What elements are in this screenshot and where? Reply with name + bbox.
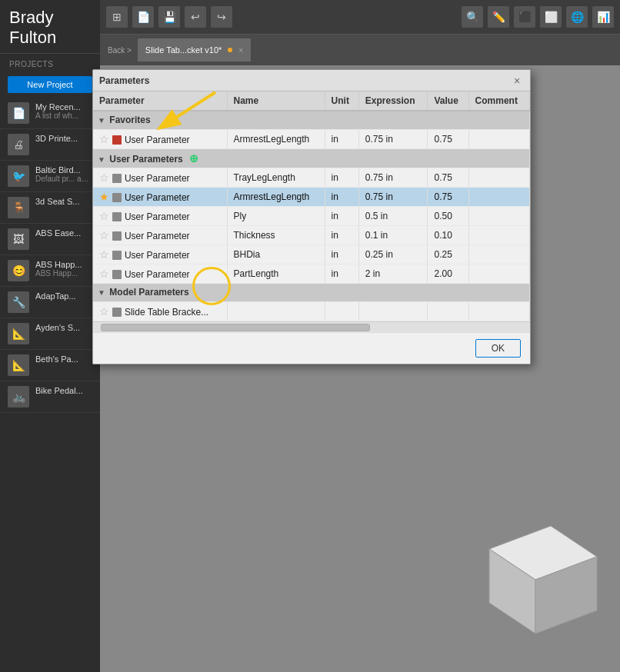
grid-icon[interactable]: ⊞ xyxy=(106,6,128,28)
sidebar-item-baltic-bird[interactable]: 🐦Baltic Bird...Default pr... and mana... xyxy=(0,161,100,192)
scrollbar-thumb[interactable] xyxy=(101,324,370,331)
param-name-cell[interactable]: ArmrestLegLength xyxy=(227,187,325,206)
table-row[interactable]: ☆ User ParameterTrayLegLengthin0.75 in0.… xyxy=(93,168,530,187)
toolbar-btn-1[interactable]: ✏️ xyxy=(488,6,509,28)
sidebar-item-text-adaptap: AdapTap... xyxy=(35,291,92,301)
param-comment-cell[interactable] xyxy=(468,206,529,225)
param-value-cell: 0.50 xyxy=(428,206,468,225)
sidebar-item-beths-pa[interactable]: 📐Beth's Pa... xyxy=(0,350,100,381)
undo-icon[interactable]: ↩ xyxy=(185,6,206,28)
dialog-footer: OK xyxy=(93,332,530,364)
star-icon[interactable]: ☆ xyxy=(99,210,112,222)
param-type-icon xyxy=(112,231,122,241)
section-label-model-parameters: ▼ Model Parameters xyxy=(93,283,530,301)
star-icon[interactable]: ☆ xyxy=(99,171,112,184)
dialog-close-button[interactable]: × xyxy=(510,74,524,88)
add-param-user-parameters[interactable]: ⊕ xyxy=(186,152,198,165)
param-expression-cell[interactable]: 2 in xyxy=(358,264,428,283)
horizontal-scrollbar[interactable] xyxy=(93,321,530,332)
param-type-cell: ☆ User Parameter xyxy=(93,168,227,187)
sidebar-item-adaptap[interactable]: 🔧AdapTap... xyxy=(0,287,100,318)
sidebar-item-title-bike-pedal: Bike Pedal... xyxy=(35,386,92,395)
sidebar-item-3d-printer[interactable]: 🖨3D Printe... xyxy=(0,129,100,161)
param-expression-cell[interactable]: 0.75 in xyxy=(358,129,428,148)
toolbar-btn-5[interactable]: 📊 xyxy=(592,6,614,28)
param-comment-cell[interactable] xyxy=(468,225,529,245)
table-row[interactable]: ☆ User ParameterPlyin0.5 in0.50 xyxy=(93,206,530,225)
col-header-parameter: Parameter xyxy=(93,91,227,111)
star-icon[interactable]: ☆ xyxy=(99,268,112,280)
table-row[interactable]: ☆ User ParameterArmrestLegLengthin0.75 i… xyxy=(93,129,530,148)
param-expression-cell[interactable] xyxy=(358,301,428,321)
param-type-icon xyxy=(112,270,122,279)
param-comment-cell[interactable] xyxy=(468,264,529,283)
param-name-cell[interactable] xyxy=(227,301,325,321)
table-row[interactable]: ☆ User ParameterBHDiain0.25 in0.25 xyxy=(93,245,530,264)
param-type-icon xyxy=(112,212,122,221)
table-row[interactable]: ☆ Slide Table Bracke... xyxy=(93,301,530,321)
param-value-cell: 0.25 xyxy=(428,245,468,264)
table-row[interactable]: ★ User ParameterArmrestLegLengthin0.75 i… xyxy=(93,187,530,206)
sidebar-item-3d-seat[interactable]: 🪑3d Seat S... xyxy=(0,192,100,224)
redo-icon[interactable]: ↪ xyxy=(211,6,232,28)
param-expression-cell[interactable]: 0.25 in xyxy=(358,245,428,264)
dialog-titlebar: Parameters × xyxy=(93,70,530,91)
param-value-cell: 0.75 xyxy=(428,187,468,206)
param-name-cell[interactable]: Ply xyxy=(227,206,325,225)
sidebar-items-list: 📄My Recen...A list of wh...🖨3D Printe...… xyxy=(0,98,100,413)
toolbar-btn-4[interactable]: 🌐 xyxy=(566,6,588,28)
user-name: Brady Fulton xyxy=(9,8,91,48)
section-header-favorites[interactable]: ▼ Favorites xyxy=(93,111,530,129)
param-comment-cell[interactable] xyxy=(468,301,529,321)
sidebar-item-sub-my-recent: A list of wh... xyxy=(35,111,92,120)
param-unit-cell: in xyxy=(325,245,358,264)
toolbar-btn-2[interactable]: ⬛ xyxy=(514,6,535,28)
sidebar-item-abs-easel[interactable]: 🖼ABS Ease... xyxy=(0,224,100,255)
star-icon[interactable]: ★ xyxy=(99,191,112,203)
parameters-dialog: Parameters × Parameter Name Unit Express… xyxy=(92,69,531,364)
sidebar-item-title-3d-printer: 3D Printe... xyxy=(35,134,92,143)
sidebar-item-aydens[interactable]: 📐Ayden's S... xyxy=(0,318,100,350)
param-expression-cell[interactable]: 0.5 in xyxy=(358,206,428,225)
save-icon[interactable]: 💾 xyxy=(158,6,180,28)
param-comment-cell[interactable] xyxy=(468,129,529,148)
section-header-user-parameters[interactable]: ▼ User Parameters ⊕ xyxy=(93,148,530,168)
section-label-favorites: ▼ Favorites xyxy=(93,111,530,129)
file-icon[interactable]: 📄 xyxy=(132,6,154,28)
tab-close-button[interactable]: × xyxy=(238,46,243,55)
toolbar-btn-3[interactable]: ⬜ xyxy=(540,6,562,28)
param-value-cell: 0.75 xyxy=(428,129,468,148)
param-expression-cell[interactable]: 0.1 in xyxy=(358,225,428,245)
param-comment-cell[interactable] xyxy=(468,245,529,264)
param-type-cell: ☆ Slide Table Bracke... xyxy=(93,301,227,321)
table-row[interactable]: ☆ User ParameterThicknessin0.1 in0.10 xyxy=(93,225,530,245)
active-tab[interactable]: Slide Tab...cket v10* × xyxy=(138,38,251,62)
param-comment-cell[interactable] xyxy=(468,187,529,206)
param-name-cell[interactable]: TrayLegLength xyxy=(227,168,325,187)
star-icon[interactable]: ☆ xyxy=(99,229,112,241)
table-row[interactable]: ☆ User ParameterPartLengthin2 in2.00 xyxy=(93,264,530,283)
param-type-cell: ☆ User Parameter xyxy=(93,245,227,264)
sidebar-item-bike-pedal[interactable]: 🚲Bike Pedal... xyxy=(0,381,100,413)
star-icon[interactable]: ☆ xyxy=(99,248,112,261)
param-type-icon xyxy=(112,174,122,183)
sidebar-item-title-adaptap: AdapTap... xyxy=(35,291,92,301)
sidebar-item-title-3d-seat: 3d Seat S... xyxy=(35,197,92,206)
param-value-cell: 2.00 xyxy=(428,264,468,283)
search-icon[interactable]: 🔍 xyxy=(462,6,483,28)
star-icon[interactable]: ☆ xyxy=(99,133,112,145)
sidebar-item-abs-happy[interactable]: 😊ABS Happ...ABS Happ... xyxy=(0,255,100,287)
param-expression-cell[interactable]: 0.75 in xyxy=(358,187,428,206)
param-name-cell[interactable]: BHDia xyxy=(227,245,325,264)
param-expression-cell[interactable]: 0.75 in xyxy=(358,168,428,187)
section-header-model-parameters[interactable]: ▼ Model Parameters xyxy=(93,283,530,301)
new-project-button[interactable]: New Project xyxy=(8,76,92,93)
param-name-cell[interactable]: ArmrestLegLength xyxy=(227,129,325,148)
back-button[interactable]: Back > xyxy=(105,46,135,55)
ok-button[interactable]: OK xyxy=(475,339,521,358)
param-name-cell[interactable]: Thickness xyxy=(227,225,325,245)
sidebar-item-my-recent[interactable]: 📄My Recen...A list of wh... xyxy=(0,98,100,129)
param-comment-cell[interactable] xyxy=(468,168,529,187)
param-name-cell[interactable]: PartLength xyxy=(227,264,325,283)
star-icon[interactable]: ☆ xyxy=(99,305,112,318)
